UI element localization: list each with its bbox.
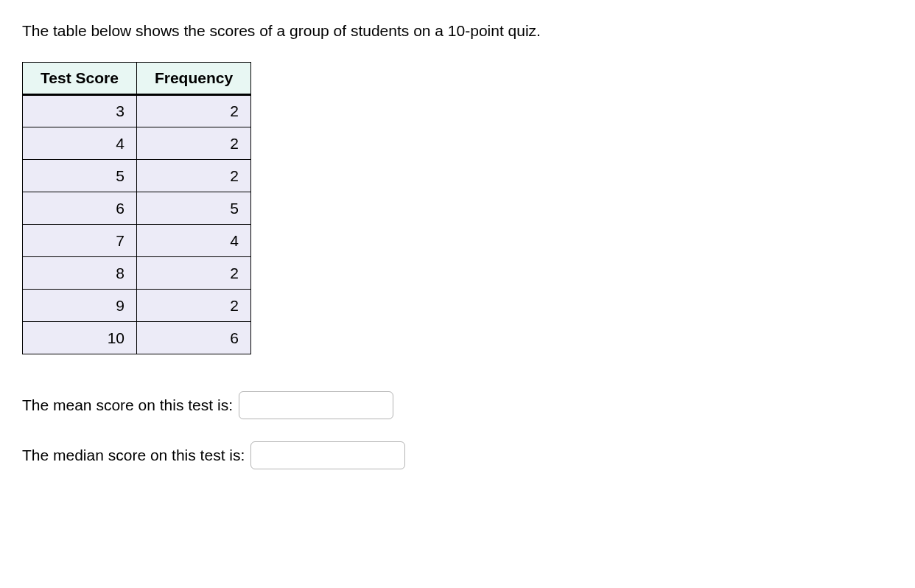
header-test-score: Test Score bbox=[23, 63, 137, 95]
cell-freq: 2 bbox=[137, 257, 251, 290]
cell-freq: 2 bbox=[137, 127, 251, 160]
cell-freq: 6 bbox=[137, 322, 251, 354]
table-row: 7 4 bbox=[23, 225, 251, 257]
cell-freq: 5 bbox=[137, 192, 251, 225]
cell-score: 5 bbox=[23, 160, 137, 192]
cell-freq: 4 bbox=[137, 225, 251, 257]
intro-text: The table below shows the scores of a gr… bbox=[22, 22, 893, 40]
header-frequency: Frequency bbox=[137, 63, 251, 95]
median-label: The median score on this test is: bbox=[22, 447, 245, 464]
cell-score: 9 bbox=[23, 290, 137, 322]
median-question-row: The median score on this test is: bbox=[22, 441, 893, 469]
cell-score: 7 bbox=[23, 225, 137, 257]
table-row: 5 2 bbox=[23, 160, 251, 192]
table-row: 9 2 bbox=[23, 290, 251, 322]
table-row: 6 5 bbox=[23, 192, 251, 225]
cell-freq: 2 bbox=[137, 290, 251, 322]
cell-freq: 2 bbox=[137, 160, 251, 192]
table-row: 3 2 bbox=[23, 95, 251, 127]
cell-score: 10 bbox=[23, 322, 137, 354]
mean-question-row: The mean score on this test is: bbox=[22, 391, 893, 419]
cell-score: 6 bbox=[23, 192, 137, 225]
table-row: 4 2 bbox=[23, 127, 251, 160]
cell-score: 4 bbox=[23, 127, 137, 160]
mean-input[interactable] bbox=[239, 391, 393, 419]
score-frequency-table: Test Score Frequency 3 2 4 2 5 2 6 5 7 4… bbox=[22, 62, 251, 354]
cell-score: 3 bbox=[23, 95, 137, 127]
mean-label: The mean score on this test is: bbox=[22, 396, 233, 414]
cell-score: 8 bbox=[23, 257, 137, 290]
table-header-row: Test Score Frequency bbox=[23, 63, 251, 95]
table-row: 10 6 bbox=[23, 322, 251, 354]
cell-freq: 2 bbox=[137, 95, 251, 127]
table-row: 8 2 bbox=[23, 257, 251, 290]
median-input[interactable] bbox=[250, 441, 405, 469]
